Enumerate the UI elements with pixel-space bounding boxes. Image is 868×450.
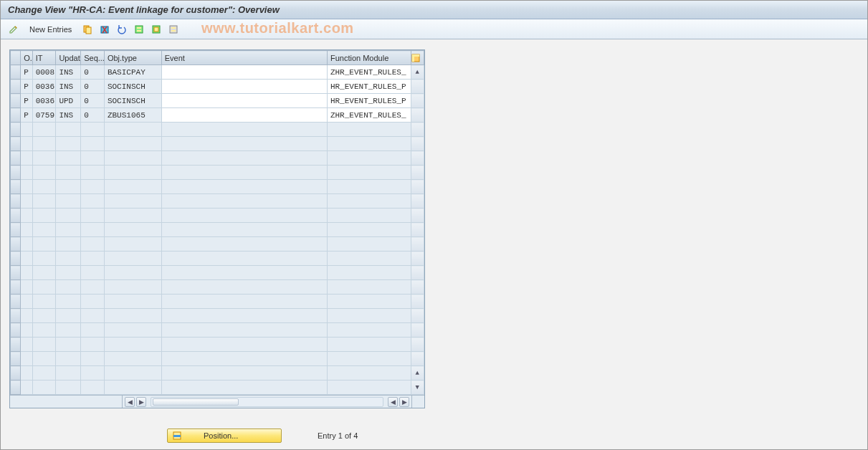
cell-updat[interactable] xyxy=(56,338,81,352)
cell-objtype[interactable] xyxy=(104,237,161,252)
cell-event[interactable] xyxy=(161,137,327,151)
row-selector[interactable] xyxy=(11,352,21,366)
cell-it[interactable] xyxy=(32,166,56,180)
position-button[interactable]: Position... xyxy=(167,429,282,443)
vscroll-gutter[interactable]: ▲ xyxy=(411,65,424,80)
cell-objtype[interactable] xyxy=(104,123,161,137)
cell-objtype[interactable]: BASICPAY xyxy=(104,65,161,80)
cell-o[interactable]: P xyxy=(21,80,32,94)
row-selector[interactable] xyxy=(11,237,21,252)
cell-fm[interactable] xyxy=(327,209,411,223)
row-selector[interactable] xyxy=(11,123,21,137)
vscroll-gutter[interactable]: ▼ xyxy=(411,380,424,395)
cell-o[interactable]: P xyxy=(21,108,32,123)
cell-it[interactable] xyxy=(32,180,56,194)
col-header-fm[interactable]: Function Module xyxy=(327,51,411,65)
cell-o[interactable]: P xyxy=(21,94,32,108)
cell-objtype[interactable] xyxy=(104,323,161,338)
row-selector[interactable] xyxy=(11,223,21,237)
select-block-button[interactable] xyxy=(149,22,163,37)
table-settings-button[interactable] xyxy=(411,51,424,65)
cell-fm[interactable] xyxy=(327,151,411,166)
cell-seq[interactable] xyxy=(81,266,105,280)
cell-event[interactable] xyxy=(161,352,327,366)
cell-objtype[interactable] xyxy=(104,209,161,223)
cell-fm[interactable] xyxy=(327,237,411,252)
cell-it[interactable] xyxy=(32,237,56,252)
cell-event[interactable] xyxy=(161,280,327,295)
cell-fm[interactable] xyxy=(327,295,411,309)
row-selector[interactable] xyxy=(11,80,21,94)
cell-event[interactable] xyxy=(161,323,327,338)
cell-o[interactable] xyxy=(21,137,32,151)
cell-fm[interactable] xyxy=(327,323,411,338)
cell-event[interactable] xyxy=(161,266,327,280)
cell-seq[interactable] xyxy=(81,180,105,194)
select-all-button[interactable] xyxy=(132,22,146,37)
cell-objtype[interactable]: ZBUS1065 xyxy=(104,108,161,123)
cell-updat[interactable] xyxy=(56,180,81,194)
cell-fm[interactable] xyxy=(327,338,411,352)
toggle-change-button[interactable] xyxy=(6,22,21,37)
cell-event[interactable] xyxy=(161,151,327,166)
row-selector[interactable] xyxy=(11,380,21,395)
cell-objtype[interactable] xyxy=(104,280,161,295)
cell-it[interactable]: 0008 xyxy=(32,65,56,80)
cell-seq[interactable] xyxy=(81,123,105,137)
cell-fm[interactable] xyxy=(327,309,411,323)
undo-button[interactable] xyxy=(115,22,129,37)
cell-event[interactable] xyxy=(161,123,327,137)
cell-updat[interactable] xyxy=(56,280,81,295)
cell-seq[interactable]: 0 xyxy=(81,65,105,80)
cell-objtype[interactable] xyxy=(104,352,161,366)
cell-it[interactable] xyxy=(32,338,56,352)
cell-o[interactable]: P xyxy=(21,65,32,80)
cell-it[interactable] xyxy=(32,123,56,137)
cell-event[interactable] xyxy=(161,166,327,180)
cell-updat[interactable] xyxy=(56,366,81,380)
row-selector[interactable] xyxy=(11,266,21,280)
cell-event[interactable] xyxy=(161,252,327,266)
cell-fm[interactable] xyxy=(327,352,411,366)
hscroll-thumb[interactable] xyxy=(153,398,239,406)
cell-objtype[interactable] xyxy=(104,180,161,194)
cell-it[interactable]: 0759 xyxy=(32,108,56,123)
cell-updat[interactable] xyxy=(56,166,81,180)
cell-updat[interactable] xyxy=(56,209,81,223)
vscroll-gutter[interactable] xyxy=(411,80,424,94)
cell-o[interactable] xyxy=(21,194,32,209)
cell-seq[interactable] xyxy=(81,237,105,252)
cell-updat[interactable]: INS xyxy=(56,65,81,80)
select-all-header[interactable] xyxy=(11,51,21,65)
hscroll-track[interactable] xyxy=(151,397,383,407)
cell-o[interactable] xyxy=(21,166,32,180)
cell-it[interactable] xyxy=(32,223,56,237)
cell-fm[interactable]: HR_EVENT_RULES_P xyxy=(327,94,411,108)
cell-updat[interactable]: UPD xyxy=(56,94,81,108)
cell-fm[interactable]: ZHR_EVENT_RULES_ xyxy=(327,108,411,123)
cell-updat[interactable]: INS xyxy=(56,108,81,123)
cell-seq[interactable] xyxy=(81,223,105,237)
cell-o[interactable] xyxy=(21,366,32,380)
cell-objtype[interactable] xyxy=(104,309,161,323)
cell-objtype[interactable] xyxy=(104,252,161,266)
col-header-updat[interactable]: Updat xyxy=(56,51,81,65)
cell-o[interactable] xyxy=(21,280,32,295)
cell-seq[interactable] xyxy=(81,352,105,366)
cell-updat[interactable] xyxy=(56,323,81,338)
cell-seq[interactable] xyxy=(81,380,105,395)
cell-updat[interactable] xyxy=(56,252,81,266)
cell-updat[interactable] xyxy=(56,151,81,166)
copy-as-button[interactable] xyxy=(80,22,95,37)
cell-objtype[interactable] xyxy=(104,194,161,209)
cell-o[interactable] xyxy=(21,151,32,166)
cell-o[interactable] xyxy=(21,323,32,338)
cell-fm[interactable] xyxy=(327,280,411,295)
cell-objtype[interactable] xyxy=(104,380,161,395)
cell-it[interactable] xyxy=(32,280,56,295)
cell-o[interactable] xyxy=(21,209,32,223)
cell-seq[interactable] xyxy=(81,137,105,151)
cell-event[interactable] xyxy=(161,309,327,323)
cell-o[interactable] xyxy=(21,252,32,266)
cell-updat[interactable] xyxy=(56,123,81,137)
